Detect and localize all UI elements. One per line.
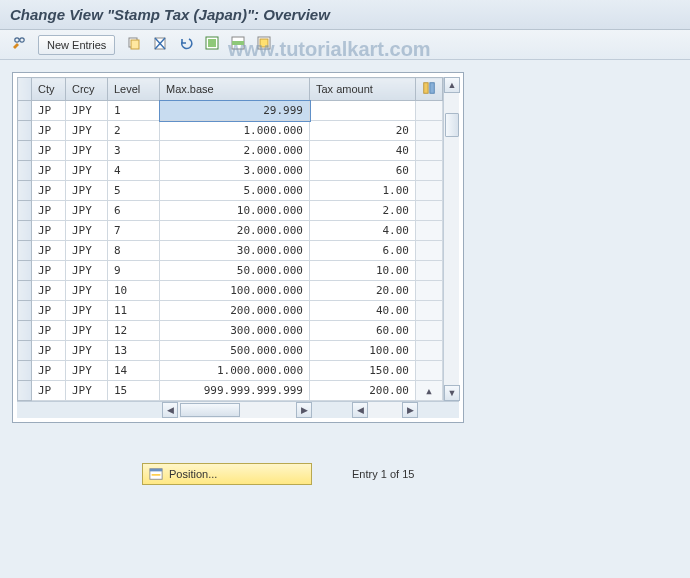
row-selector[interactable] [18,201,32,221]
cell-cty[interactable]: JP [32,341,66,361]
cell-level[interactable]: 11 [108,301,160,321]
scroll-right-button[interactable]: ▶ [296,402,312,418]
cell-level[interactable]: 13 [108,341,160,361]
scroll-track-vertical[interactable] [444,93,459,385]
cell-cty[interactable]: JP [32,101,66,121]
position-button[interactable]: Position... [142,463,312,485]
table-row[interactable]: JPJPY13500.000.000100.00 [18,341,443,361]
table-row[interactable]: JPJPY830.000.0006.00 [18,241,443,261]
cell-taxamt[interactable]: 40.00 [310,301,416,321]
cell-crcy[interactable]: JPY [66,181,108,201]
cell-level[interactable]: 2 [108,121,160,141]
select-block-button[interactable] [227,34,249,56]
scroll-up-button[interactable]: ▲ [444,77,460,93]
cell-maxbase[interactable]: 20.000.000 [160,221,310,241]
row-selector[interactable] [18,301,32,321]
cell-crcy[interactable]: JPY [66,381,108,401]
cell-level[interactable]: 9 [108,261,160,281]
row-selector[interactable] [18,361,32,381]
cell-cty[interactable]: JP [32,221,66,241]
table-row[interactable]: JPJPY55.000.0001.00 [18,181,443,201]
table-row[interactable]: JPJPY15999.999.999.999200.00▲ [18,381,443,401]
scroll-thumb-vertical[interactable] [445,113,459,137]
row-selector[interactable] [18,321,32,341]
cell-maxbase[interactable]: 300.000.000 [160,321,310,341]
cell-cty[interactable]: JP [32,261,66,281]
cell-crcy[interactable]: JPY [66,221,108,241]
cell-cty[interactable]: JP [32,381,66,401]
table-row[interactable]: JPJPY610.000.0002.00 [18,201,443,221]
vertical-scrollbar[interactable]: ▲ ▼ [443,77,459,401]
cell-cty[interactable]: JP [32,141,66,161]
cell-level[interactable]: 12 [108,321,160,341]
cell-crcy[interactable]: JPY [66,361,108,381]
cell-crcy[interactable]: JPY [66,321,108,341]
cell-crcy[interactable]: JPY [66,301,108,321]
cell-taxamt[interactable]: 200.00 [310,381,416,401]
cell-taxamt[interactable] [310,101,416,121]
table-row[interactable]: JPJPY12300.000.00060.00 [18,321,443,341]
cell-taxamt[interactable]: 100.00 [310,341,416,361]
cell-cty[interactable]: JP [32,161,66,181]
scroll-down-button[interactable]: ▼ [444,385,460,401]
scroll-left-button-2[interactable]: ◀ [352,402,368,418]
table-row[interactable]: JPJPY10100.000.00020.00 [18,281,443,301]
cell-taxamt[interactable]: 4.00 [310,221,416,241]
row-selector[interactable] [18,101,32,121]
cell-maxbase[interactable]: 30.000.000 [160,241,310,261]
row-selector[interactable] [18,341,32,361]
table-row[interactable]: JPJPY32.000.00040 [18,141,443,161]
cell-taxamt[interactable]: 2.00 [310,201,416,221]
cell-crcy[interactable]: JPY [66,121,108,141]
delete-button[interactable] [149,34,171,56]
cell-taxamt[interactable]: 60 [310,161,416,181]
select-all-button[interactable] [201,34,223,56]
cell-crcy[interactable]: JPY [66,101,108,121]
cell-maxbase[interactable]: 10.000.000 [160,201,310,221]
col-header-level[interactable]: Level [108,78,160,101]
cell-crcy[interactable]: JPY [66,201,108,221]
stamp-tax-table[interactable]: Cty Crcy Level Max.base Tax amount JPJPY… [17,77,443,401]
cell-maxbase[interactable]: 100.000.000 [160,281,310,301]
row-selector[interactable] [18,281,32,301]
table-row[interactable]: JPJPY21.000.00020 [18,121,443,141]
horizontal-scrollbar-maxbase[interactable]: ◀ ▶ [162,402,312,418]
cell-crcy[interactable]: JPY [66,141,108,161]
col-header-crcy[interactable]: Crcy [66,78,108,101]
cell-cty[interactable]: JP [32,281,66,301]
cell-level[interactable]: 7 [108,221,160,241]
table-row[interactable]: JPJPY43.000.00060 [18,161,443,181]
scroll-right-button-2[interactable]: ▶ [402,402,418,418]
table-row[interactable]: JPJPY720.000.0004.00 [18,221,443,241]
undo-button[interactable] [175,34,197,56]
row-selector[interactable] [18,161,32,181]
cell-taxamt[interactable]: 20 [310,121,416,141]
cell-maxbase[interactable]: 2.000.000 [160,141,310,161]
cell-level[interactable]: 5 [108,181,160,201]
col-header-cty[interactable]: Cty [32,78,66,101]
cell-crcy[interactable]: JPY [66,261,108,281]
cell-crcy[interactable]: JPY [66,281,108,301]
cell-cty[interactable]: JP [32,361,66,381]
cell-taxamt[interactable]: 1.00 [310,181,416,201]
cell-taxamt[interactable]: 40 [310,141,416,161]
cell-level[interactable]: 4 [108,161,160,181]
row-selector[interactable] [18,241,32,261]
cell-cty[interactable]: JP [32,201,66,221]
col-header-taxamt[interactable]: Tax amount [310,78,416,101]
cell-level[interactable]: 15 [108,381,160,401]
row-selector[interactable] [18,221,32,241]
cell-cty[interactable]: JP [32,301,66,321]
cell-level[interactable]: 10 [108,281,160,301]
cell-level[interactable]: 14 [108,361,160,381]
cell-crcy[interactable]: JPY [66,341,108,361]
horizontal-scrollbar-taxamt[interactable]: ◀ ▶ [352,402,418,418]
select-all-rows-header[interactable] [18,78,32,101]
col-header-maxbase[interactable]: Max.base [160,78,310,101]
cell-level[interactable]: 3 [108,141,160,161]
cell-maxbase[interactable]: 5.000.000 [160,181,310,201]
row-selector[interactable] [18,181,32,201]
deselect-all-button[interactable] [253,34,275,56]
table-row[interactable]: JPJPY11200.000.00040.00 [18,301,443,321]
cell-crcy[interactable]: JPY [66,241,108,261]
